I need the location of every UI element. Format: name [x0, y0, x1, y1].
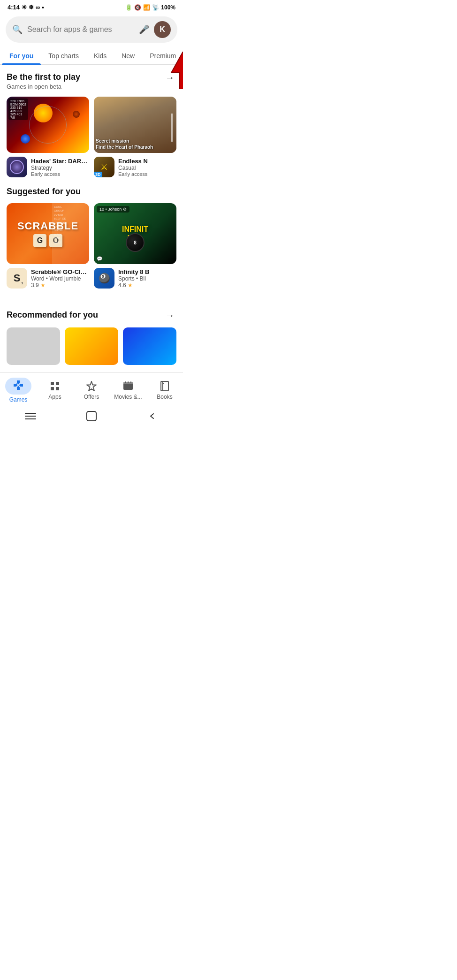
hades-planet-icon	[10, 160, 24, 174]
pool-name: Infinity 8 B	[118, 268, 176, 275]
3d-badge: 3D	[94, 172, 102, 177]
pool-thumbnail: INFINITBAL 8 10 • Johson ⚙ 💬	[94, 203, 176, 264]
tab-kids[interactable]: Kids	[86, 47, 114, 64]
hades-genre: Strategy	[31, 165, 89, 171]
apps-label: Apps	[48, 394, 61, 400]
menu-icon	[25, 413, 36, 419]
recommended-title: Recommended for you	[7, 310, 98, 320]
sys-menu-btn[interactable]	[25, 410, 36, 422]
scrabble-thumbnail: SCRABBLE G O COOLGROUPVVTADBEEF GEZAROME…	[7, 203, 89, 264]
pool-icon-bg: 🎱	[94, 268, 114, 289]
recommended-arrow[interactable]: →	[163, 310, 176, 321]
scrabble-genre: Word • Word jumble	[31, 275, 89, 282]
recommended-thumbnails	[7, 327, 176, 365]
status-bar: 4:14 ✳ ❄ ∞ • 🔋 🔇 📶 📡 100%	[0, 0, 183, 13]
egypt-overlay: Secret missionFind the Heart of Pharaoh	[96, 138, 175, 150]
nav-games[interactable]: Games	[4, 378, 32, 403]
hades-icon	[7, 157, 27, 177]
svg-point-3	[20, 384, 21, 385]
hades-access: Early access	[31, 171, 89, 177]
first-play-subtitle: Games in open beta	[7, 83, 80, 90]
planet1-orb	[21, 134, 30, 144]
endless-genre: Casual	[118, 165, 176, 171]
scrabble-name: Scrabble® GO-Classic ...	[31, 268, 89, 275]
pool-genre: Sports • Bil	[118, 275, 176, 282]
hades-meta: Hades' Star: DARK NEB... Strategy Early …	[31, 158, 89, 177]
hades-name: Hades' Star: DARK NEB...	[31, 158, 89, 165]
hades-info: Hades' Star: DARK NEB... Strategy Early …	[7, 157, 89, 177]
mute-icon: 🔇	[134, 4, 141, 11]
svg-rect-13	[130, 381, 131, 383]
star-icon2: ★	[128, 282, 133, 289]
egypt-icon-symbol: ⚔	[100, 162, 108, 172]
first-play-header: Be the first to play Games in open beta …	[7, 72, 176, 90]
dot-icon: •	[42, 4, 44, 11]
movies-icon	[122, 380, 134, 392]
tab-new[interactable]: New	[114, 47, 142, 64]
pool-meta: Infinity 8 B Sports • Bil 4.6 ★	[118, 268, 176, 289]
suggested-cards: SCRABBLE G O COOLGROUPVVTADBEEF GEZAROME…	[7, 203, 176, 289]
battery-box-icon: 🔋	[125, 4, 132, 11]
bottom-nav: Games Apps Offers Movies &...	[0, 372, 183, 406]
orbit-ring	[29, 106, 67, 144]
home-square-icon	[86, 411, 97, 421]
avatar[interactable]: K	[154, 21, 171, 38]
games-icon-pill	[5, 378, 31, 395]
svg-rect-2	[16, 383, 17, 385]
pool-thumb-content: INFINITBAL 8	[122, 225, 148, 243]
search-bar[interactable]: 🔍 🎤 K	[6, 16, 177, 43]
rec-thumb-3	[123, 327, 176, 365]
score-overlay: 228 EdenEOM-5902235 316435 000265 4037/8	[8, 99, 28, 120]
sys-home-btn[interactable]	[86, 410, 97, 422]
signal-icon: 📡	[152, 4, 159, 11]
svg-rect-6	[56, 382, 59, 385]
search-icon: 🔍	[12, 24, 23, 35]
time-display: 4:14	[8, 4, 20, 11]
tab-top-charts[interactable]: Top charts	[41, 47, 86, 64]
endless-info: ⚔ 3D Endless N Casual Early access	[94, 157, 176, 177]
scrabble-rating: 3.9 ★	[31, 282, 89, 289]
game-card-hades[interactable]: 228 EdenEOM-5902235 316435 000265 4037/8…	[7, 97, 89, 177]
nav-books[interactable]: Books	[151, 380, 179, 400]
sys-back-btn[interactable]	[147, 410, 158, 422]
mic-icon[interactable]: 🎤	[139, 24, 149, 35]
svg-rect-18	[87, 411, 96, 421]
pool-info: 🎱 Infinity 8 B Sports • Bil 4.6 ★	[94, 268, 176, 289]
rec-thumb-2	[65, 327, 118, 365]
scrabble-icon: S 1	[7, 268, 27, 289]
endless-name: Endless N	[118, 158, 176, 165]
svg-rect-5	[51, 382, 54, 385]
search-bar-container: 🔍 🎤 K	[0, 13, 183, 47]
avatar-letter: K	[160, 25, 165, 34]
offers-label: Offers	[84, 394, 99, 400]
nav-tabs: For you Top charts Kids New Premium	[0, 47, 183, 65]
endless-access: Early access	[118, 171, 176, 177]
search-input[interactable]	[27, 25, 134, 34]
first-play-title: Be the first to play	[7, 72, 80, 82]
games-label: Games	[9, 396, 28, 403]
endless-icon: ⚔ 3D	[94, 157, 114, 177]
hades-thumb-bg: 228 EdenEOM-5902235 316435 000265 4037/8	[7, 97, 89, 153]
endless-meta: Endless N Casual Early access	[118, 158, 176, 177]
svg-rect-15	[25, 413, 36, 414]
nav-offers[interactable]: Offers	[77, 380, 106, 400]
nav-movies[interactable]: Movies &...	[114, 380, 142, 400]
svg-rect-16	[25, 416, 36, 417]
pool-icon: 🎱	[94, 268, 114, 289]
nav-apps[interactable]: Apps	[41, 380, 69, 400]
status-time: 4:14 ✳ ❄ ∞ •	[8, 4, 44, 11]
first-play-title-block: Be the first to play Games in open beta	[7, 72, 80, 90]
pool-card[interactable]: INFINITBAL 8 10 • Johson ⚙ 💬 🎱 Infinity	[94, 203, 176, 289]
pool-chat-icon: 💬	[97, 256, 102, 261]
apps-icon	[49, 380, 61, 392]
scrabble-board-bg: COOLGROUPVVTADBEEF GEZAROMESARVASNOWWADE…	[52, 203, 89, 264]
planet2-orb	[73, 111, 80, 118]
scrabble-card[interactable]: SCRABBLE G O COOLGROUPVVTADBEEF GEZAROME…	[7, 203, 89, 289]
tab-for-you[interactable]: For you	[2, 47, 41, 64]
svg-rect-12	[128, 381, 129, 383]
scrabble-icon-bg: S 1	[7, 268, 27, 289]
offers-icon	[86, 380, 97, 392]
game-card-endless[interactable]: Secret missionFind the Heart of Pharaoh …	[94, 97, 176, 177]
svg-rect-8	[56, 387, 59, 390]
svg-marker-0	[171, 52, 183, 89]
